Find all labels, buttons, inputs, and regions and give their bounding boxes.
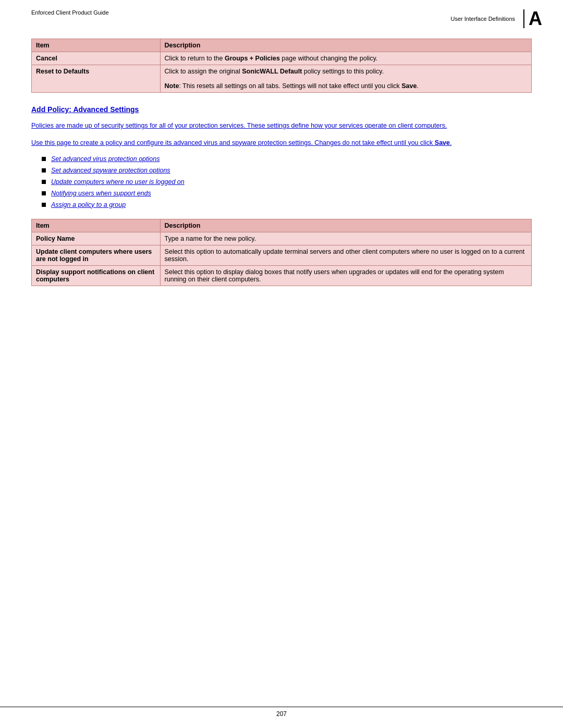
table-row: Reset to Defaults Click to assign the or… — [32, 65, 532, 93]
appendix-letter: A — [523, 9, 542, 28]
main-content: Item Description Cancel Click to return … — [0, 28, 563, 319]
list-item: Set advanced virus protection options — [42, 155, 532, 163]
link-virus-protection[interactable]: Set advanced virus protection options — [51, 155, 160, 163]
table-row: Update client computers where users are … — [32, 245, 532, 265]
section-heading: Add Policy: Advanced Settings — [31, 105, 532, 114]
link-update-computers[interactable]: Update computers where no user is logged… — [51, 178, 185, 186]
bullet-list: Set advanced virus protection options Se… — [42, 155, 532, 208]
link-notifying-users[interactable]: Notifying users when support ends — [51, 190, 151, 197]
table1-row2-desc: Click to assign the original SonicWALL D… — [160, 65, 531, 93]
list-item: Update computers where no user is logged… — [42, 178, 532, 186]
intro2-block: Use this page to create a policy and con… — [31, 138, 532, 148]
table2-col-item: Item — [32, 219, 161, 232]
table1-row1-desc: Click to return to the Groups + Policies… — [160, 52, 531, 65]
table1-row1-item: Cancel — [32, 52, 161, 65]
table1-col-item: Item — [32, 39, 161, 52]
page-header: Enforced Client Product Guide User Inter… — [0, 0, 563, 28]
table2-row2-desc: Select this option to automatically upda… — [160, 245, 531, 265]
list-item: Notifying users when support ends — [42, 190, 532, 197]
bullet-icon — [42, 168, 46, 172]
list-item: Assign a policy to a group — [42, 201, 532, 208]
table2-wrapper: Item Description Policy Name Type a name… — [31, 219, 532, 286]
table2-row3-item: Display support notifications on client … — [32, 265, 161, 286]
table2-col-description: Description — [160, 219, 531, 232]
table-row: Cancel Click to return to the Groups + P… — [32, 52, 532, 65]
table2-row3-desc: Select this option to display dialog box… — [160, 265, 531, 286]
table2: Item Description Policy Name Type a name… — [31, 219, 532, 286]
bullet-icon — [42, 203, 46, 207]
table2-row1-desc: Type a name for the new policy. — [160, 232, 531, 245]
table-row: Display support notifications on client … — [32, 265, 532, 286]
table2-row2-item: Update client computers where users are … — [32, 245, 161, 265]
intro2-text: Use this page to create a policy and con… — [31, 138, 532, 148]
table1: Item Description Cancel Click to return … — [31, 39, 532, 93]
table2-row1-item: Policy Name — [32, 232, 161, 245]
bullet-icon — [42, 180, 46, 184]
intro1-text: Policies are made up of security setting… — [31, 121, 532, 131]
intro1-block: Policies are made up of security setting… — [31, 121, 532, 131]
table1-col-description: Description — [160, 39, 531, 52]
link-assign-policy[interactable]: Assign a policy to a group — [51, 201, 126, 208]
page-number: 207 — [276, 710, 287, 718]
section-heading-block: Add Policy: Advanced Settings — [31, 105, 532, 114]
table1-row2-item: Reset to Defaults — [32, 65, 161, 93]
table-row: Policy Name Type a name for the new poli… — [32, 232, 532, 245]
header-left: Enforced Client Product Guide — [31, 9, 109, 16]
header-right-group: User Interface Definitions A — [451, 9, 543, 28]
page-footer: 207 — [0, 707, 563, 718]
table1-wrapper: Item Description Cancel Click to return … — [31, 39, 532, 93]
bullet-icon — [42, 157, 46, 161]
link-spyware-protection[interactable]: Set advanced spyware protection options — [51, 167, 170, 174]
header-right-title: User Interface Definitions — [451, 16, 516, 22]
list-item: Set advanced spyware protection options — [42, 167, 532, 174]
bullet-icon — [42, 191, 46, 195]
